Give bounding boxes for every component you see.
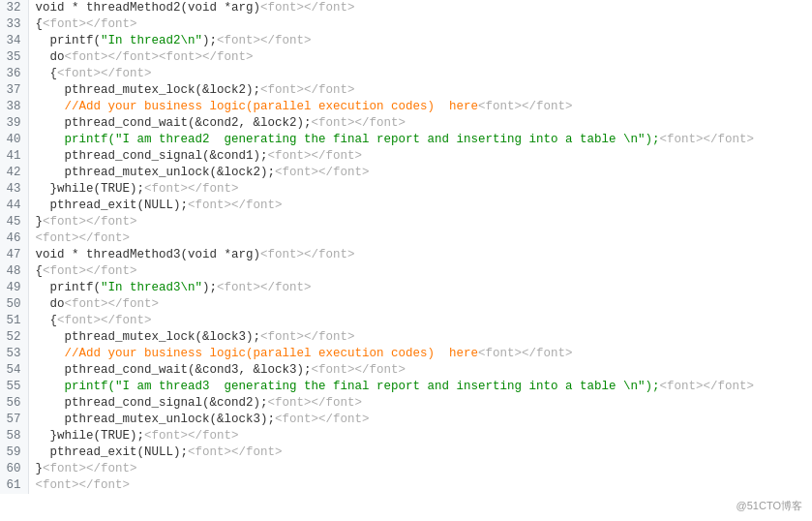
- table-row: 38 //Add your business logic(parallel ex…: [0, 99, 812, 115]
- table-row: 57 pthread_mutex_unlock(&lock3);<font></…: [0, 412, 812, 428]
- line-number: 46: [0, 230, 29, 247]
- line-number: 59: [0, 444, 29, 461]
- table-row: 43 }while(TRUE);<font></font>: [0, 181, 812, 198]
- table-row: 48{<font></font>: [0, 263, 812, 280]
- table-row: 40 printf("I am thread2 generating the f…: [0, 132, 812, 148]
- line-content: <font></font>: [29, 477, 812, 494]
- table-row: 34 printf("In thread2\n");<font></font>: [0, 33, 812, 49]
- line-content: printf("I am thread3 generating the fina…: [29, 379, 812, 395]
- code-container: 32void * threadMethod2(void *arg)<font><…: [0, 0, 812, 521]
- line-number: 51: [0, 313, 29, 329]
- line-number: 61: [0, 477, 29, 494]
- table-row: 46<font></font>: [0, 230, 812, 247]
- line-content: <font></font>: [29, 230, 812, 247]
- line-content: pthread_cond_signal(&cond1);<font></font…: [29, 148, 812, 165]
- line-number: 60: [0, 461, 29, 477]
- table-row: 47void * threadMethod3(void *arg)<font><…: [0, 247, 812, 263]
- table-row: 53 //Add your business logic(parallel ex…: [0, 346, 812, 362]
- line-number: 45: [0, 214, 29, 230]
- line-content: }<font></font>: [29, 461, 812, 477]
- table-row: 35 do<font></font><font></font>: [0, 49, 812, 66]
- line-content: pthread_exit(NULL);<font></font>: [29, 444, 812, 461]
- line-number: 48: [0, 263, 29, 280]
- line-number: 57: [0, 412, 29, 428]
- line-number: 54: [0, 362, 29, 379]
- line-number: 58: [0, 428, 29, 444]
- watermark-label: @51CTO博客: [737, 499, 802, 513]
- line-content: void * threadMethod3(void *arg)<font></f…: [29, 247, 812, 263]
- line-content: {<font></font>: [29, 263, 812, 280]
- line-number: 56: [0, 395, 29, 412]
- line-content: pthread_exit(NULL);<font></font>: [29, 198, 812, 214]
- line-number: 42: [0, 165, 29, 181]
- line-content: }<font></font>: [29, 214, 812, 230]
- table-row: 52 pthread_mutex_lock(&lock3);<font></fo…: [0, 329, 812, 346]
- table-row: 39 pthread_cond_wait(&cond2, &lock2);<fo…: [0, 115, 812, 132]
- line-content: pthread_cond_wait(&cond2, &lock2);<font>…: [29, 115, 812, 132]
- line-number: 43: [0, 181, 29, 198]
- table-row: 60}<font></font>: [0, 461, 812, 477]
- line-content: printf("In thread3\n");<font></font>: [29, 280, 812, 296]
- line-content: }while(TRUE);<font></font>: [29, 428, 812, 444]
- line-content: pthread_cond_signal(&cond2);<font></font…: [29, 395, 812, 412]
- table-row: 61<font></font>: [0, 477, 812, 494]
- line-number: 41: [0, 148, 29, 165]
- line-number: 47: [0, 247, 29, 263]
- line-number: 33: [0, 16, 29, 33]
- table-row: 32void * threadMethod2(void *arg)<font><…: [0, 0, 812, 16]
- line-content: //Add your business logic(parallel execu…: [29, 346, 812, 362]
- table-row: 36 {<font></font>: [0, 66, 812, 82]
- table-row: 33{<font></font>: [0, 16, 812, 33]
- line-number: 50: [0, 296, 29, 313]
- line-number: 55: [0, 379, 29, 395]
- line-content: do<font></font><font></font>: [29, 49, 812, 66]
- table-row: 49 printf("In thread3\n");<font></font>: [0, 280, 812, 296]
- line-number: 53: [0, 346, 29, 362]
- line-content: //Add your business logic(parallel execu…: [29, 99, 812, 115]
- table-row: 42 pthread_mutex_unlock(&lock2);<font></…: [0, 165, 812, 181]
- line-content: pthread_mutex_unlock(&lock3);<font></fon…: [29, 412, 812, 428]
- line-number: 38: [0, 99, 29, 115]
- table-row: 54 pthread_cond_wait(&cond3, &lock3);<fo…: [0, 362, 812, 379]
- line-content: void * threadMethod2(void *arg)<font></f…: [29, 0, 812, 16]
- line-number: 44: [0, 198, 29, 214]
- table-row: 56 pthread_cond_signal(&cond2);<font></f…: [0, 395, 812, 412]
- line-content: {<font></font>: [29, 16, 812, 33]
- table-row: 59 pthread_exit(NULL);<font></font>: [0, 444, 812, 461]
- table-row: 41 pthread_cond_signal(&cond1);<font></f…: [0, 148, 812, 165]
- code-table: 32void * threadMethod2(void *arg)<font><…: [0, 0, 812, 494]
- table-row: 58 }while(TRUE);<font></font>: [0, 428, 812, 444]
- table-row: 44 pthread_exit(NULL);<font></font>: [0, 198, 812, 214]
- line-number: 32: [0, 0, 29, 16]
- table-row: 55 printf("I am thread3 generating the f…: [0, 379, 812, 395]
- line-content: do<font></font>: [29, 296, 812, 313]
- line-content: pthread_mutex_lock(&lock2);<font></font>: [29, 82, 812, 99]
- line-content: printf("I am thread2 generating the fina…: [29, 132, 812, 148]
- line-number: 39: [0, 115, 29, 132]
- line-content: pthread_cond_wait(&cond3, &lock3);<font>…: [29, 362, 812, 379]
- line-number: 36: [0, 66, 29, 82]
- table-row: 37 pthread_mutex_lock(&lock2);<font></fo…: [0, 82, 812, 99]
- line-content: pthread_mutex_unlock(&lock2);<font></fon…: [29, 165, 812, 181]
- line-content: printf("In thread2\n");<font></font>: [29, 33, 812, 49]
- table-row: 50 do<font></font>: [0, 296, 812, 313]
- line-number: 35: [0, 49, 29, 66]
- line-content: {<font></font>: [29, 313, 812, 329]
- line-number: 49: [0, 280, 29, 296]
- line-content: {<font></font>: [29, 66, 812, 82]
- line-number: 34: [0, 33, 29, 49]
- table-row: 51 {<font></font>: [0, 313, 812, 329]
- line-number: 52: [0, 329, 29, 346]
- line-content: pthread_mutex_lock(&lock3);<font></font>: [29, 329, 812, 346]
- line-content: }while(TRUE);<font></font>: [29, 181, 812, 198]
- line-number: 40: [0, 132, 29, 148]
- line-number: 37: [0, 82, 29, 99]
- table-row: 45}<font></font>: [0, 214, 812, 230]
